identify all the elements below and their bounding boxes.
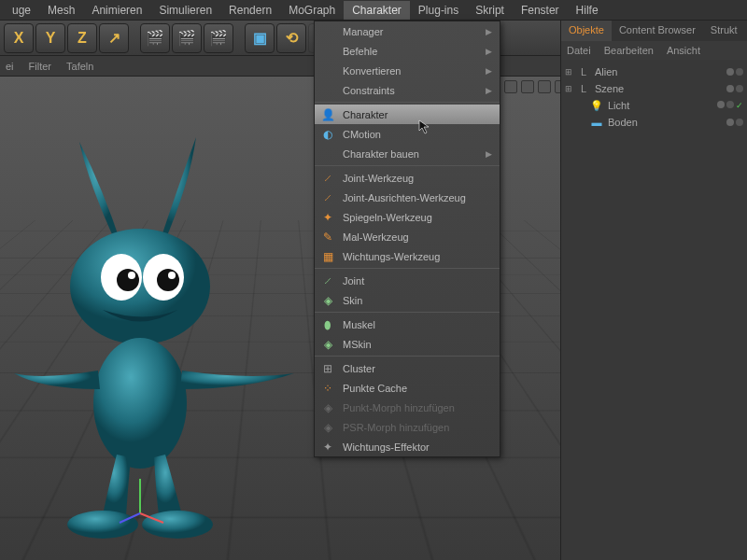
menu-item-mskin[interactable]: ◈MSkin xyxy=(315,334,500,354)
spline-button[interactable]: ⟲ xyxy=(276,23,306,53)
toolbar2-item[interactable]: ei xyxy=(6,61,14,72)
menu-item-label: MSkin xyxy=(343,339,372,350)
menu-item-label: Constraints xyxy=(343,85,395,96)
menu-item-icon xyxy=(320,44,335,59)
menu-item-spiegeln-werkzeug[interactable]: ✦Spiegeln-Werkzeug xyxy=(315,207,500,227)
expand-icon[interactable]: ⊞ xyxy=(565,67,576,77)
menu-item-befehle[interactable]: Befehle▶ xyxy=(315,41,500,61)
menu-hilfe[interactable]: Hilfe xyxy=(568,1,607,20)
visibility-dots[interactable] xyxy=(726,119,743,126)
menu-item-icon: ⟋ xyxy=(320,171,335,186)
viewport-icon[interactable] xyxy=(521,80,534,93)
tree-item-icon: L xyxy=(576,82,591,95)
menu-item-icon xyxy=(320,83,335,98)
tree-row-alien[interactable]: ⊞LAlien xyxy=(565,63,743,80)
subtab-ansicht[interactable]: Ansicht xyxy=(667,45,700,56)
menu-item-icon: ⟋ xyxy=(320,190,335,205)
menu-item-label: Punkt-Morph hinzufügen xyxy=(343,402,455,413)
toolbar2-filter[interactable]: Filter xyxy=(29,61,51,72)
svg-point-6 xyxy=(168,272,176,279)
menu-fenster[interactable]: Fenster xyxy=(513,1,568,20)
menu-item-skin[interactable]: ◈Skin xyxy=(315,290,500,310)
menu-item-label: Joint-Werkzeug xyxy=(343,173,414,184)
axis-x-button[interactable]: X xyxy=(4,23,34,53)
expand-icon[interactable]: ⊞ xyxy=(565,84,576,93)
menu-item-label: Manager xyxy=(343,26,383,37)
menu-uge[interactable]: uge xyxy=(4,1,39,20)
cursor-icon xyxy=(418,119,433,134)
menu-item-label: Spiegeln-Werkzeug xyxy=(343,212,432,223)
cube-button[interactable]: ▣ xyxy=(245,23,275,53)
tab-strukt[interactable]: Strukt xyxy=(703,21,745,41)
menu-item-wichtungs-effektor[interactable]: ✦Wichtungs-Effektor xyxy=(315,437,500,456)
menu-item-charakter[interactable]: 👤Charakter xyxy=(315,105,500,124)
menu-item-label: Konvertieren xyxy=(343,65,401,77)
axis-z-button[interactable]: Z xyxy=(67,23,97,53)
menu-charakter[interactable]: Charakter xyxy=(344,1,410,20)
axis-y-button[interactable]: Y xyxy=(35,23,65,53)
subtab-bearbeiten[interactable]: Bearbeiten xyxy=(604,45,654,56)
menu-item-charakter-bauen[interactable]: Charakter bauen▶ xyxy=(315,144,500,163)
menu-item-punkt-morph-hinzuf-gen: ◈Punkt-Morph hinzufügen xyxy=(315,398,500,417)
menu-item-cluster[interactable]: ⊞Cluster xyxy=(315,358,500,378)
menu-item-psr-morph-hinzuf-gen: ◈PSR-Morph hinzufügen xyxy=(315,417,500,437)
menu-item-joint-ausrichten-werkzeug[interactable]: ⟋Joint-Ausrichten-Werkzeug xyxy=(315,188,500,207)
menu-item-label: PSR-Morph hinzufügen xyxy=(343,422,449,433)
menu-item-label: Wichtungs-Werkzeug xyxy=(343,251,440,262)
tree-row-boden[interactable]: ▬Boden xyxy=(565,114,743,131)
menu-item-icon: ◐ xyxy=(320,127,335,142)
tab-objekte[interactable]: Objekte xyxy=(561,21,612,41)
subtab-datei[interactable]: Datei xyxy=(567,45,591,56)
menu-item-icon: ◈ xyxy=(320,420,335,435)
tree-row-licht[interactable]: 💡Licht✓ xyxy=(565,97,743,114)
tree-item-label: Szene xyxy=(595,83,624,94)
tree-item-icon: 💡 xyxy=(589,99,604,112)
svg-point-4 xyxy=(157,269,179,291)
submenu-arrow-icon: ▶ xyxy=(486,149,492,159)
menu-item-muskel[interactable]: ⬮Muskel xyxy=(315,315,500,334)
viewport-icon[interactable] xyxy=(538,80,551,93)
menu-item-label: Mal-Werkzeug xyxy=(343,231,409,243)
menu-item-icon: ✦ xyxy=(320,210,335,225)
menu-item-icon: ⊞ xyxy=(320,361,335,376)
visibility-dots[interactable]: ✓ xyxy=(717,101,743,110)
svg-line-11 xyxy=(140,513,163,523)
svg-point-5 xyxy=(128,272,135,279)
menu-item-icon: ✎ xyxy=(320,230,335,245)
render-button-1[interactable]: 🎬 xyxy=(140,23,170,53)
menu-item-label: Skin xyxy=(343,295,362,306)
menu-item-cmotion[interactable]: ◐CMotion xyxy=(315,124,500,144)
menu-item-label: Charakter xyxy=(343,109,388,120)
viewport-icon[interactable] xyxy=(504,80,517,93)
menu-mograph[interactable]: MoGraph xyxy=(280,1,344,20)
svg-point-7 xyxy=(93,338,187,469)
menu-simulieren[interactable]: Simulieren xyxy=(150,1,220,20)
menu-item-mal-werkzeug[interactable]: ✎Mal-Werkzeug xyxy=(315,227,500,246)
menu-mesh[interactable]: Mesh xyxy=(39,1,83,20)
menu-skript[interactable]: Skript xyxy=(467,1,513,20)
menu-rendern[interactable]: Rendern xyxy=(220,1,280,20)
tab-content-browser[interactable]: Content Browser xyxy=(612,21,703,41)
visibility-dots[interactable] xyxy=(726,68,743,76)
menu-item-konvertieren[interactable]: Konvertieren▶ xyxy=(315,61,500,80)
menu-item-constraints[interactable]: Constraints▶ xyxy=(315,80,500,100)
panel-subtabs: DateiBearbeitenAnsicht xyxy=(561,41,747,60)
axis-gizmo[interactable] xyxy=(112,471,168,527)
visibility-dots[interactable] xyxy=(726,85,743,92)
render-button-3[interactable]: 🎬 xyxy=(204,23,233,53)
tree-row-szene[interactable]: ⊞LSzene xyxy=(565,80,743,97)
menu-item-joint-werkzeug[interactable]: ⟋Joint-Werkzeug xyxy=(315,168,500,188)
toolbar2-panels[interactable]: Tafeln xyxy=(66,61,93,72)
render-button-2[interactable]: 🎬 xyxy=(172,23,202,53)
menu-item-joint[interactable]: ⟋Joint xyxy=(315,271,500,290)
tree-item-icon: L xyxy=(576,65,591,78)
tool-button[interactable]: ↗ xyxy=(99,23,129,53)
menu-item-manager[interactable]: Manager▶ xyxy=(315,21,500,41)
tree-item-label: Licht xyxy=(608,100,629,111)
menu-item-icon: ◈ xyxy=(320,337,335,352)
menu-item-wichtungs-werkzeug[interactable]: ▦Wichtungs-Werkzeug xyxy=(315,246,500,266)
menu-item-punkte-cache[interactable]: ⁘Punkte Cache xyxy=(315,378,500,398)
menu-animieren[interactable]: Animieren xyxy=(83,1,150,20)
menu-plug-ins[interactable]: Plug-ins xyxy=(410,1,467,20)
charakter-dropdown: Manager▶Befehle▶Konvertieren▶Constraints… xyxy=(314,21,500,457)
